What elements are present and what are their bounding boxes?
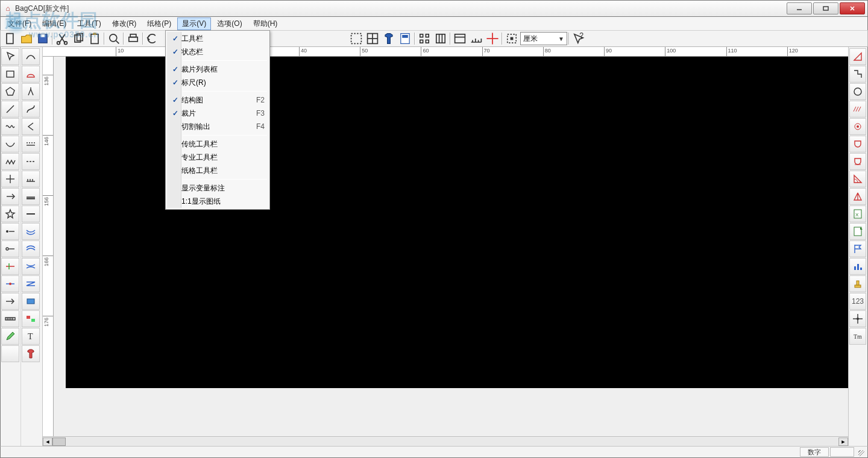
menu-tools[interactable]: 工具(T): [72, 17, 105, 30]
tb-gridsmall-icon[interactable]: [417, 31, 432, 46]
ticks-dense-icon[interactable]: [22, 188, 40, 205]
right-tool-triangle[interactable]: [849, 48, 866, 65]
status-mode[interactable]: 数字: [800, 447, 829, 457]
tb-gridsmall2-icon[interactable]: [433, 31, 448, 46]
units-combo[interactable]: 厘米 ▼: [520, 32, 567, 45]
right-tool-cup[interactable]: [849, 136, 866, 152]
right-tool-step[interactable]: [849, 66, 866, 83]
right-tool-xls2[interactable]: [849, 223, 866, 240]
plus-anchor-icon[interactable]: [1, 171, 19, 187]
dropdown-item[interactable]: 传统工具栏: [167, 137, 268, 151]
tb-page-icon[interactable]: [397, 31, 413, 46]
right-tool-flag[interactable]: [849, 240, 866, 257]
tb-help-cursor[interactable]: ?: [571, 31, 587, 46]
compass-icon[interactable]: [22, 83, 40, 100]
maximize-button[interactable]: [813, 2, 838, 14]
dash-line-icon[interactable]: [22, 153, 40, 170]
anchor-right-icon[interactable]: [1, 188, 19, 205]
dropdown-item[interactable]: ✓结构图F2: [167, 93, 268, 107]
right-tool-cup2[interactable]: [849, 153, 866, 170]
menu-paper[interactable]: 纸格(P): [142, 17, 176, 30]
ticks-icon[interactable]: [22, 171, 40, 187]
tb-print[interactable]: [125, 31, 141, 46]
polygon-icon[interactable]: [1, 83, 19, 100]
menu-options[interactable]: 选项(O): [212, 17, 247, 30]
horizontal-scrollbar[interactable]: ◄ ►: [43, 436, 848, 446]
dropdown-item[interactable]: ✓工具栏: [167, 32, 268, 45]
minimize-button[interactable]: [787, 2, 812, 14]
star-icon[interactable]: [1, 205, 19, 222]
dropdown-item[interactable]: ✓状态栏: [167, 45, 268, 58]
double-arc2-icon[interactable]: [22, 240, 40, 257]
tb-new[interactable]: [2, 31, 18, 46]
wave-icon[interactable]: [1, 118, 19, 135]
scroll-track[interactable]: [52, 438, 838, 446]
tb-open[interactable]: [19, 31, 34, 46]
tb-crosshair-icon[interactable]: [485, 31, 500, 46]
tb-paste[interactable]: [87, 31, 102, 46]
menu-file[interactable]: 文件(F): [3, 17, 36, 30]
scroll-right-button[interactable]: ►: [838, 438, 848, 446]
zigzag-icon[interactable]: [1, 153, 19, 170]
right-tool-stamp[interactable]: [849, 275, 866, 292]
pointer-icon[interactable]: [1, 48, 19, 65]
tb-shirt-icon[interactable]: [381, 31, 397, 46]
tb-frame-icon[interactable]: [348, 31, 364, 46]
right-tool-circle[interactable]: [849, 83, 866, 100]
resize-grip[interactable]: [855, 447, 865, 457]
scroll-left-button[interactable]: ◄: [43, 438, 52, 446]
line-icon[interactable]: [1, 101, 19, 118]
shirt-tool-icon[interactable]: [22, 345, 40, 362]
angle-left-icon[interactable]: [22, 118, 40, 135]
tb-save[interactable]: [35, 31, 51, 46]
line-flat-icon[interactable]: [22, 136, 40, 152]
menu-edit[interactable]: 编辑(E): [37, 17, 71, 30]
double-arc3-icon[interactable]: [22, 258, 40, 275]
tb-zoom[interactable]: [106, 31, 122, 46]
arrow-right-icon[interactable]: [1, 293, 19, 310]
rect-icon[interactable]: [1, 66, 19, 83]
curve-icon[interactable]: [22, 101, 40, 118]
right-tool-angle[interactable]: [849, 171, 866, 187]
tb-copy[interactable]: [71, 31, 86, 46]
dropdown-item[interactable]: 专业工具栏: [167, 151, 268, 164]
right-tool-123[interactable]: 123: [849, 293, 866, 310]
tb-grid-icon[interactable]: [365, 31, 380, 46]
dropdown-item[interactable]: ✓裁片F3: [167, 107, 268, 120]
dropdown-item[interactable]: 纸格工具栏: [167, 164, 268, 177]
right-tool-target[interactable]: [849, 310, 866, 327]
dot-line2-icon[interactable]: [1, 240, 19, 257]
dropdown-item[interactable]: ✓裁片列表框: [167, 63, 268, 76]
close-button[interactable]: [840, 2, 865, 14]
text-icon[interactable]: T: [22, 328, 40, 345]
node-line-icon[interactable]: [1, 275, 19, 292]
rect-blue-icon[interactable]: [22, 293, 40, 310]
pencil-icon[interactable]: [1, 328, 19, 345]
dropdown-item[interactable]: 显示变量标注: [167, 181, 268, 195]
tb-cut[interactable]: [54, 31, 70, 46]
right-tool-bars[interactable]: [849, 258, 866, 275]
double-arc-icon[interactable]: [22, 223, 40, 240]
ruler-horiz-icon[interactable]: [1, 310, 19, 327]
tb-layout-icon[interactable]: [452, 31, 468, 46]
scale-thin-icon[interactable]: [22, 205, 40, 222]
scroll-thumb[interactable]: [52, 438, 66, 446]
menu-view[interactable]: 显示(V): [177, 17, 211, 30]
right-tool-xls[interactable]: X: [849, 205, 866, 222]
right-tool-tm[interactable]: Tm: [849, 328, 866, 345]
dome-icon[interactable]: [22, 66, 40, 83]
rect-multi-icon[interactable]: [22, 310, 40, 327]
dropdown-item[interactable]: 切割输出F4: [167, 120, 268, 133]
cross-line-icon[interactable]: [1, 258, 19, 275]
dropdown-item[interactable]: 1:1显示图纸: [167, 195, 268, 208]
tb-measure-icon[interactable]: [468, 31, 484, 46]
dropdown-item[interactable]: ✓标尺(R): [167, 76, 268, 89]
tb-select-dashed-icon[interactable]: [504, 31, 520, 46]
right-tool-flip[interactable]: [849, 188, 866, 205]
right-tool-hatch[interactable]: [849, 101, 866, 118]
arc-down-icon[interactable]: [1, 136, 19, 152]
tb-undo[interactable]: [145, 31, 160, 46]
dot-line-icon[interactable]: [1, 223, 19, 240]
menu-modify[interactable]: 修改(R): [107, 17, 142, 30]
blank-icon[interactable]: [1, 345, 19, 362]
